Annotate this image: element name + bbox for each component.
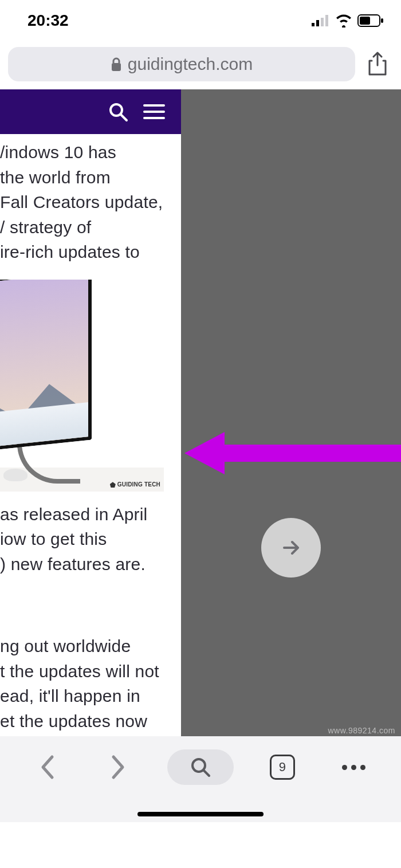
more-button[interactable] <box>331 750 377 784</box>
cellular-icon <box>312 15 330 26</box>
share-button[interactable] <box>362 49 393 80</box>
article-body: /indows 10 has the world from Fall Creat… <box>0 134 181 733</box>
swipe-left-annotation-icon <box>184 427 401 479</box>
svg-rect-5 <box>360 17 370 25</box>
wifi-icon <box>335 14 353 28</box>
text-line: ead, it'll happen in <box>0 686 140 705</box>
text-line: Fall Creators update, <box>0 193 163 211</box>
svg-line-9 <box>121 115 127 120</box>
url-text: guidingtech.com <box>128 54 253 74</box>
svg-rect-2 <box>321 18 324 26</box>
article-image: GUIDING TECH <box>0 280 164 492</box>
tab-count: 9 <box>279 760 286 775</box>
toolbar-search-button[interactable] <box>167 749 234 785</box>
svg-rect-6 <box>381 18 383 23</box>
svg-rect-1 <box>316 20 319 26</box>
battery-icon <box>357 14 384 27</box>
text-line: ng out worldwide <box>0 637 131 655</box>
svg-line-15 <box>204 771 209 776</box>
address-bar-row: guidingtech.com <box>0 41 401 89</box>
web-content-viewport[interactable]: /indows 10 has the world from Fall Creat… <box>0 89 401 822</box>
text-line: the world from <box>0 168 111 187</box>
text-line: / strategy of <box>0 218 91 237</box>
svg-rect-3 <box>325 15 328 26</box>
image-watermark: GUIDING TECH <box>110 481 160 489</box>
text-line: as released in April <box>0 505 147 524</box>
lock-icon <box>111 57 122 72</box>
text-line: /indows 10 has <box>0 143 116 162</box>
clock: 20:32 <box>27 11 69 30</box>
svg-marker-13 <box>184 432 401 474</box>
status-bar: 20:32 <box>0 0 401 41</box>
hamburger-icon[interactable] <box>143 103 165 120</box>
home-indicator[interactable] <box>137 812 264 816</box>
forward-button[interactable] <box>96 750 141 784</box>
chevron-left-icon <box>40 755 54 780</box>
tab-count-box: 9 <box>270 755 295 780</box>
arrow-right-icon <box>280 536 302 559</box>
address-bar[interactable]: guidingtech.com <box>8 47 355 81</box>
text-line: t the updates will not <box>0 662 159 681</box>
text-line: iow to get this <box>0 529 107 548</box>
previous-page-peek: /indows 10 has the world from Fall Creat… <box>0 89 181 822</box>
text-line: ire-rich updates to <box>0 242 140 261</box>
search-icon[interactable] <box>108 101 128 122</box>
forward-nav-indicator <box>261 518 321 578</box>
page-watermark: www.989214.com <box>328 726 395 735</box>
status-indicators <box>312 14 384 28</box>
svg-rect-7 <box>112 63 121 71</box>
svg-rect-0 <box>312 23 314 26</box>
text-line: ) new features are. <box>0 555 146 574</box>
site-header <box>0 89 181 134</box>
tabs-button[interactable]: 9 <box>260 750 305 784</box>
search-icon <box>190 757 211 777</box>
browser-toolbar: 9 <box>0 736 401 822</box>
text-line: et the updates now <box>0 712 147 730</box>
back-button[interactable] <box>24 750 70 784</box>
share-icon <box>367 52 388 77</box>
chevron-right-icon <box>111 755 126 780</box>
ellipsis-icon <box>342 765 365 770</box>
